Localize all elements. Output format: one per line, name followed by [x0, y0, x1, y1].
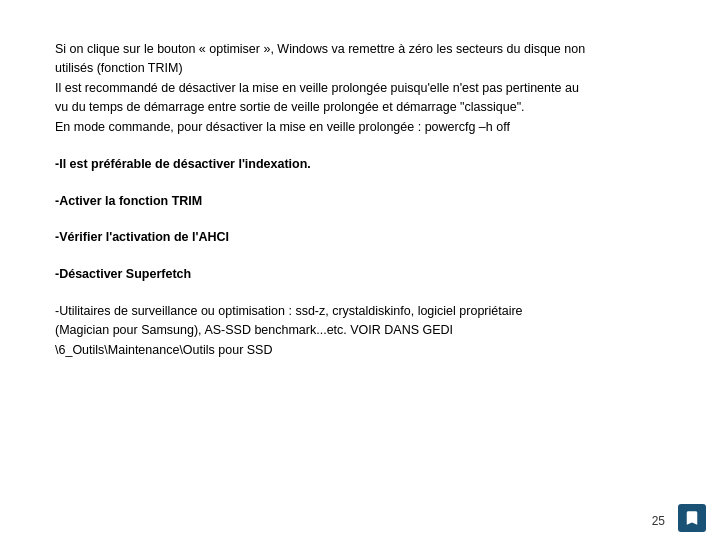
bullet-trim: -Activer la fonction TRIM [55, 192, 665, 211]
utilities-line2: (Magician pour Samsung), AS-SSD benchmar… [55, 321, 665, 340]
bullet-ahci: -Vérifier l'activation de l'AHCI [55, 228, 665, 247]
utilities-line3: \6_Outils\Maintenance\Outils pour SSD [55, 341, 665, 360]
main-content: Si on clique sur le bouton « optimiser »… [0, 0, 720, 400]
intro-line3: Il est recommandé de désactiver la mise … [55, 79, 665, 98]
intro-line4: vu du temps de démarrage entre sortie de… [55, 98, 665, 117]
utilities-block: -Utilitaires de surveillance ou optimisa… [55, 302, 665, 360]
utilities-line1: -Utilitaires de surveillance ou optimisa… [55, 302, 665, 321]
page-number: 25 [652, 514, 665, 528]
bullet-indexation: -Il est préférable de désactiver l'index… [55, 155, 665, 174]
bullet-superfetch: -Désactiver Superfetch [55, 265, 665, 284]
intro-paragraph: Si on clique sur le bouton « optimiser »… [55, 40, 665, 137]
intro-line1: Si on clique sur le bouton « optimiser »… [55, 40, 665, 59]
bookmark-icon[interactable] [678, 504, 706, 532]
intro-line2: utilisés (fonction TRIM) [55, 59, 665, 78]
intro-line5: En mode commande, pour désactiver la mis… [55, 118, 665, 137]
